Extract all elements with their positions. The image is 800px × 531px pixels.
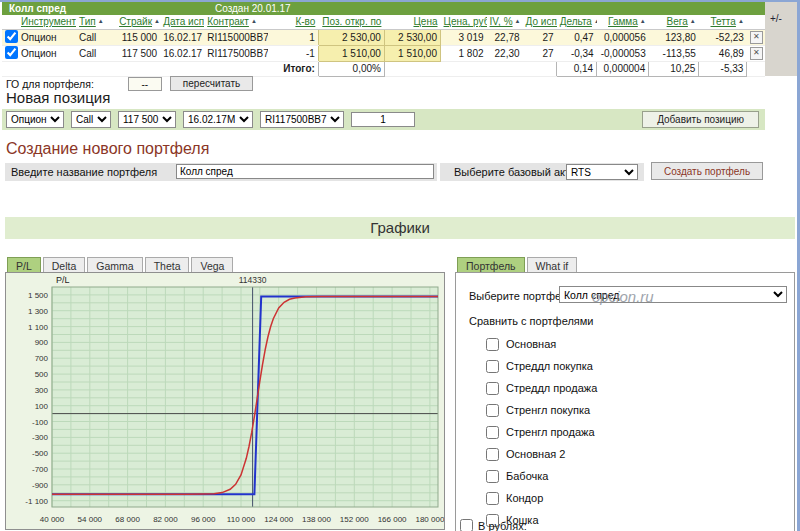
column-header-instrument[interactable]: Инструмент	[21, 16, 76, 27]
compare-portfolio-item: Основная 2	[486, 443, 597, 465]
compare-portfolio-label: Основная 2	[506, 448, 565, 460]
delete-position-button[interactable]: ✕	[750, 47, 763, 60]
portfolio-name-input[interactable]	[176, 164, 434, 179]
compare-portfolio-checkbox[interactable]	[486, 470, 499, 483]
column-header-contract[interactable]: Контракт	[207, 16, 249, 27]
newpos-type-select[interactable]: Call	[71, 111, 111, 128]
position-select-checkbox[interactable]	[5, 30, 18, 43]
portfolio-panel: Выберите портфель Колл спред Сравнить с …	[455, 272, 795, 531]
y-tick-label: 1 500	[28, 291, 49, 300]
rubles-row: В рублях:	[460, 519, 527, 531]
select-portfolio-label: Выберите портфель	[469, 290, 573, 302]
chart-tab-3[interactable]: Theta	[145, 257, 190, 273]
cell-instrument: Опцион	[18, 45, 76, 61]
sort-icon[interactable]: ▲	[98, 18, 104, 24]
column-header-exp_date[interactable]: Дата исп.	[163, 16, 204, 27]
cell-gamma: 0,000056	[597, 29, 649, 45]
column-header-gamma[interactable]: Гамма	[608, 16, 638, 27]
compare-portfolios-label: Сравнить с портфелями	[469, 315, 594, 327]
newpos-instrument-select[interactable]: Опцион	[6, 111, 64, 128]
sort-icon[interactable]: ▲	[251, 18, 257, 24]
positions-table: Инструмент▲Тип▲Страйк▲Дата исп.▲Контракт…	[2, 15, 765, 77]
right-tab-0[interactable]: Портфель	[457, 257, 525, 273]
newpos-qty-input[interactable]	[351, 112, 415, 127]
totals-vega: 10,25	[649, 61, 699, 76]
chart-tab-4[interactable]: Vega	[191, 257, 233, 273]
rubles-checkbox[interactable]	[460, 519, 473, 531]
compare-portfolio-checkbox[interactable]	[486, 360, 499, 373]
sort-icon[interactable]: ▲	[690, 18, 696, 24]
x-tick-label: 68 000	[115, 515, 140, 524]
recalculate-button[interactable]: пересчитать	[170, 76, 253, 91]
column-header-strike[interactable]: Страйк	[119, 16, 152, 27]
totals-delta: 0,14	[557, 61, 597, 76]
chart-tab-0[interactable]: P/L	[7, 257, 41, 273]
plot-background	[52, 287, 438, 507]
cell-delta: -0,34	[557, 45, 597, 61]
y-tick-label: -1 100	[25, 497, 48, 506]
compare-portfolio-label: Стренгл покупка	[506, 404, 590, 416]
cell-exp_date: 16.02.17	[160, 45, 204, 61]
sort-icon[interactable]: ▲	[738, 18, 744, 24]
page: Колл спред Создан 20.01.17 +/- Инструмен…	[0, 0, 800, 531]
sort-icon[interactable]: ▲	[154, 18, 160, 24]
compare-portfolio-label: Бабочка	[506, 470, 548, 482]
y-tick-label: -500	[32, 449, 49, 458]
column-header-theta[interactable]: Тетта	[711, 16, 736, 27]
column-header-days[interactable]: До исп.	[526, 16, 557, 27]
new-position-heading: Новая позиция	[6, 89, 110, 106]
cell-vega: 123,80	[649, 29, 699, 45]
column-header-delta[interactable]: Дельта	[560, 16, 592, 27]
compare-portfolio-label: Кондор	[506, 492, 543, 504]
column-header-iv[interactable]: IV, %	[490, 16, 513, 27]
sort-icon[interactable]: ▲	[515, 18, 521, 24]
cell-strike: 115 000	[116, 29, 160, 45]
position-select-checkbox[interactable]	[5, 46, 18, 59]
column-header-vega[interactable]: Вега	[667, 16, 688, 27]
y-tick-label: -700	[32, 465, 49, 474]
cell-days: 27	[523, 45, 557, 61]
sort-icon[interactable]: ▲	[640, 18, 646, 24]
column-header-open_pos[interactable]: Поз. откр. по	[322, 16, 381, 27]
newpos-strike-select[interactable]: 117 500	[118, 111, 176, 128]
column-header-price_rub[interactable]: Цена, руб.	[444, 16, 487, 27]
cell-qty: -1	[268, 45, 318, 61]
base-asset-label: Выберите базовый актив	[454, 166, 582, 178]
x-tick-label: 124 000	[264, 515, 293, 524]
sort-icon[interactable]: ▲	[594, 18, 597, 24]
newpos-contract-select[interactable]: RI117500BB7	[260, 111, 344, 128]
column-header-price[interactable]: Цена	[413, 16, 437, 27]
chart-tab-1[interactable]: Delta	[43, 257, 86, 273]
cell-open_pos: 1 510,00	[318, 45, 384, 61]
column-header-type[interactable]: Тип	[79, 16, 96, 27]
base-asset-select[interactable]: RTS	[566, 164, 638, 180]
base-asset-bar: Выберите базовый актив RTS	[440, 163, 644, 181]
totals-row: Итого:0,00%0,140,00000410,25-5,33	[2, 61, 765, 76]
compare-portfolio-checkbox[interactable]	[486, 492, 499, 505]
y-tick-label: 1 300	[28, 307, 49, 316]
portfolio-titlebar: Колл спред Создан 20.01.17	[2, 2, 765, 15]
column-header-qty[interactable]: К-во	[295, 16, 315, 27]
compare-portfolio-checkbox[interactable]	[486, 448, 499, 461]
compare-portfolio-checkbox[interactable]	[486, 404, 499, 417]
cell-vega: -113,55	[649, 45, 699, 61]
cell-theta: -52,23	[699, 29, 747, 45]
margin-value: --	[128, 77, 162, 91]
totals-percent: 0,00%	[318, 61, 384, 76]
table-header-row: Инструмент▲Тип▲Страйк▲Дата исп.▲Контракт…	[2, 15, 765, 29]
cell-open_pos: 2 530,00	[318, 29, 384, 45]
compare-portfolio-checkbox[interactable]	[486, 338, 499, 351]
create-portfolio-button[interactable]: Создать портфель	[651, 162, 763, 180]
x-tick-label: 110 000	[227, 515, 256, 524]
y-tick-label: -100	[32, 418, 49, 427]
delete-position-button[interactable]: ✕	[750, 31, 763, 44]
compare-portfolio-checkbox[interactable]	[486, 426, 499, 439]
portfolio-created-date: Создан 20.01.17	[215, 2, 291, 15]
newpos-expiration-select[interactable]: 16.02.17M	[183, 111, 253, 128]
chart-tab-2[interactable]: Gamma	[87, 257, 142, 273]
cell-contract: RI117500BB7	[204, 45, 268, 61]
expand-collapse-control[interactable]: +/-	[770, 13, 782, 24]
compare-portfolio-checkbox[interactable]	[486, 382, 499, 395]
add-position-button[interactable]: Добавить позицию	[642, 111, 759, 128]
right-tab-1[interactable]: What if	[527, 257, 578, 273]
